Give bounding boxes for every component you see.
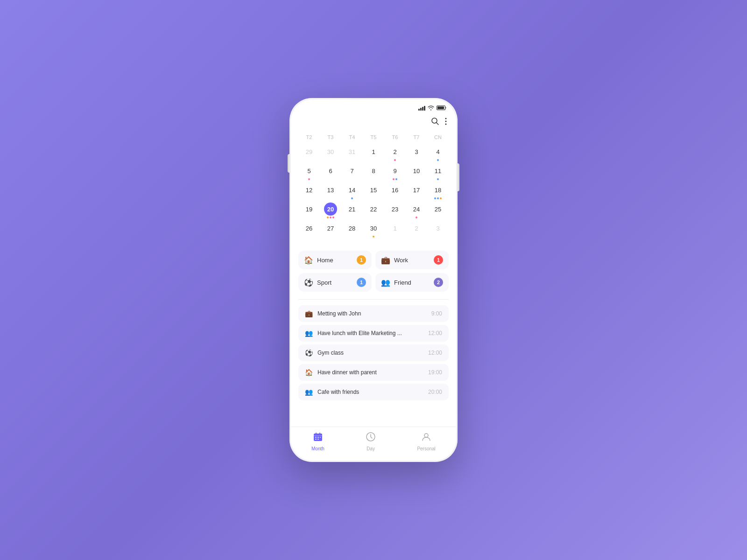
calendar-day[interactable]: 6 [320,163,341,182]
calendar-day[interactable]: 28 [341,220,363,239]
calendar-header [291,113,456,133]
calendar-day[interactable]: 31 [341,144,363,163]
battery-icon [437,105,447,111]
svg-point-3 [445,118,447,119]
calendar-day[interactable]: 2 [384,144,406,163]
my-list-section: 🏠Home1💼Work1⚽Sport1👥Friend2 💼Metting wit… [291,239,456,400]
calendar-day[interactable]: 25 [427,201,449,220]
category-icon: 💼 [381,256,390,265]
calendar-header-days: T2 T3 T4 T5 T6 T7 CN [298,133,449,142]
category-card[interactable]: ⚽Sport1 [298,273,372,292]
category-card[interactable]: 🏠Home1 [298,251,372,269]
event-icon: 👥 [305,329,313,337]
svg-point-5 [445,124,447,125]
bottom-nav: Month Day Personal [291,427,456,461]
svg-rect-13 [315,439,317,440]
event-title: Metting with John [317,310,361,317]
day-name-t6: T6 [384,133,406,142]
calendar-day[interactable]: 21 [341,201,363,220]
event-icon: ⚽ [305,349,313,357]
day-name-t5: T5 [363,133,384,142]
phone-content[interactable]: T2 T3 T4 T5 T6 T7 CN 2930311234567891011… [291,113,456,427]
calendar-day[interactable]: 30 [320,144,341,163]
event-time: 12:00 [428,350,442,356]
calendar-day[interactable]: 17 [406,182,427,201]
calendar-day[interactable]: 9 [384,163,406,182]
day-label: Day [366,446,375,451]
calendar-day[interactable]: 15 [363,182,384,201]
events-list: 💼Metting with John9:00👥Have lunch with E… [298,305,449,400]
calendar-day[interactable]: 19 [298,201,320,220]
calendar-day[interactable]: 24 [406,201,427,220]
calendar-day[interactable]: 30 [363,220,384,239]
calendar-day[interactable]: 29 [298,144,320,163]
category-card[interactable]: 👥Friend2 [375,273,449,292]
svg-rect-11 [317,437,319,438]
personal-icon [421,432,431,445]
event-time: 9:00 [431,310,442,317]
calendar-day[interactable]: 7 [341,163,363,182]
day-name-t7: T7 [406,133,427,142]
calendar-day[interactable]: 10 [406,163,427,182]
event-item[interactable]: 🏠Have dinner with parent19:00 [298,364,449,381]
calendar-day[interactable]: 16 [384,182,406,201]
category-name: Work [394,257,408,264]
day-name-t3: T3 [320,133,341,142]
svg-rect-10 [315,437,317,438]
calendar-day[interactable]: 18 [427,182,449,201]
event-item[interactable]: 💼Metting with John9:00 [298,305,449,322]
more-button[interactable] [445,118,447,126]
calendar-day[interactable]: 20 [320,201,341,220]
category-badge: 1 [434,255,443,265]
calendar: T2 T3 T4 T5 T6 T7 CN 2930311234567891011… [291,133,456,239]
svg-rect-14 [317,439,319,440]
event-icon: 💼 [305,310,313,317]
calendar-day[interactable]: 22 [363,201,384,220]
wifi-icon [428,105,434,111]
category-name: Sport [317,279,331,286]
svg-point-2 [432,118,437,123]
svg-point-4 [445,121,447,122]
nav-day[interactable]: Day [366,432,376,451]
calendar-day[interactable]: 3 [427,220,449,239]
event-item[interactable]: 👥Cafe with friends20:00 [298,384,449,400]
calendar-day[interactable]: 3 [406,144,427,163]
event-title: Cafe with friends [317,389,359,395]
day-name-t4: T4 [341,133,363,142]
personal-label: Personal [417,446,435,451]
calendar-day[interactable]: 8 [363,163,384,182]
category-icon: 🏠 [304,256,313,265]
status-bar [291,99,456,113]
calendar-day[interactable]: 13 [320,182,341,201]
calendar-day[interactable]: 5 [298,163,320,182]
month-label: Month [311,446,324,451]
calendar-day[interactable]: 1 [363,144,384,163]
category-name: Friend [394,279,411,286]
category-card[interactable]: 💼Work1 [375,251,449,269]
calendar-day[interactable]: 26 [298,220,320,239]
svg-rect-7 [316,433,317,434]
svg-rect-9 [314,435,322,436]
event-icon: 👥 [305,388,313,396]
calendar-grid: 2930311234567891011121314151617181920212… [298,144,449,239]
calendar-day[interactable]: 12 [298,182,320,201]
nav-personal[interactable]: Personal [417,432,435,451]
calendar-day[interactable]: 23 [384,201,406,220]
calendar-day[interactable]: 1 [384,220,406,239]
nav-month[interactable]: Month [311,432,324,451]
month-icon [313,432,323,445]
search-button[interactable] [431,117,439,127]
event-item[interactable]: 👥Have lunch with Elite Marketing ...12:0… [298,325,449,342]
calendar-day[interactable]: 4 [427,144,449,163]
calendar-day[interactable]: 11 [427,163,449,182]
calendar-day[interactable]: 2 [406,220,427,239]
category-badge: 1 [357,278,366,287]
calendar-day[interactable]: 27 [320,220,341,239]
category-icon: 👥 [381,278,390,287]
event-title: Have dinner with parent [317,369,377,376]
event-item[interactable]: ⚽Gym class12:00 [298,344,449,361]
event-time: 19:00 [428,369,442,376]
header-actions [431,117,447,127]
svg-rect-8 [319,433,320,434]
calendar-day[interactable]: 14 [341,182,363,201]
